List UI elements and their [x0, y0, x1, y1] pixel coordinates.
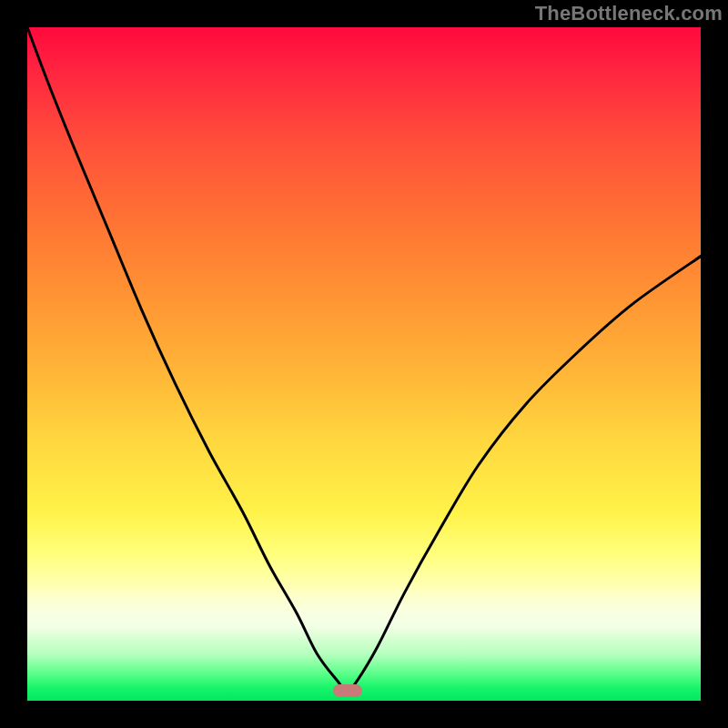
bottleneck-curve	[27, 27, 701, 701]
watermark-text: TheBottleneck.com	[535, 2, 723, 25]
plot-area	[27, 27, 701, 701]
highlight-band	[27, 584, 701, 639]
valley-marker	[333, 684, 362, 697]
chart-frame: TheBottleneck.com	[0, 0, 728, 728]
